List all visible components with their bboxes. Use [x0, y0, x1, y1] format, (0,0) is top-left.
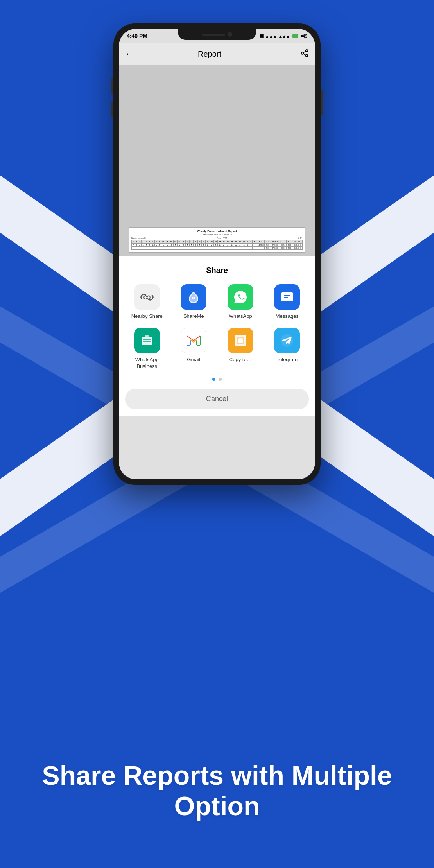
report-header: Weekly Present Absent Report [131, 230, 303, 233]
whatsapp-label: WhatsApp [229, 313, 252, 320]
messages-icon [274, 284, 300, 310]
messages-label: Messages [276, 313, 299, 320]
cancel-button[interactable]: Cancel [125, 389, 309, 409]
wifi-icon: ▣ [259, 33, 264, 39]
report-page: # 1/1 [298, 237, 303, 239]
signal-icon: ▲▲▲ [265, 34, 277, 38]
copy-to-icon [228, 328, 253, 353]
front-camera [228, 32, 232, 37]
report-table: 12345678910 11121314151617181920 2122232… [131, 240, 303, 250]
svg-rect-12 [145, 335, 149, 337]
share-app-nearby[interactable]: ∞ Nearby Share [125, 284, 169, 320]
share-app-whatsapp[interactable]: WhatsApp [219, 284, 262, 320]
svg-text:∞: ∞ [192, 294, 195, 301]
signal2-icon: ▲▲▲ [278, 34, 290, 38]
report-sub-header: Date: 01/09/2021 To 30/09/2021 [131, 233, 303, 236]
shareme-label: ShareMe [183, 313, 204, 320]
whatsapp-icon [228, 284, 253, 310]
pagination-dots [125, 378, 309, 381]
copy-to-label: Copy to… [229, 357, 252, 363]
battery-fill [292, 34, 298, 38]
footer-section: Share Reports with Multiple Option [41, 760, 393, 821]
phone-mockup: 4:40 PM ▣ ▲▲▲ ▲▲▲ 49 ← Report [113, 23, 321, 485]
svg-rect-11 [142, 337, 152, 345]
battery-icon [292, 34, 301, 38]
share-app-telegram[interactable]: Telegram [265, 328, 309, 370]
whatsapp-business-icon [134, 328, 160, 353]
phone-screen: 4:40 PM ▣ ▲▲▲ ▲▲▲ 49 ← Report [119, 29, 315, 479]
gmail-label: Gmail [187, 357, 200, 363]
volume-up-button [111, 78, 113, 94]
phone-notch [178, 29, 256, 40]
svg-rect-18 [238, 338, 243, 343]
whatsapp-business-label: WhatsApp Business [125, 357, 169, 370]
share-app-shareme[interactable]: ∞ ShareMe [172, 284, 216, 320]
dot-active [212, 378, 215, 381]
nearby-share-icon: ∞ [134, 284, 160, 310]
share-button[interactable] [300, 49, 309, 59]
svg-line-4 [303, 51, 306, 52]
share-apps-grid: ∞ Nearby Share [125, 284, 309, 370]
back-button[interactable]: ← [125, 49, 134, 59]
report-code: Code : 0021 [217, 237, 227, 239]
telegram-icon [274, 328, 300, 353]
svg-rect-8 [281, 292, 293, 301]
report-content-area: Weekly Present Absent Report Date: 01/09… [119, 65, 315, 256]
speaker-sensor [202, 34, 225, 36]
phone-body: 4:40 PM ▣ ▲▲▲ ▲▲▲ 49 ← Report [113, 23, 321, 485]
dot-inactive [219, 378, 222, 381]
svg-line-3 [303, 54, 306, 55]
battery-label: 49 [303, 34, 307, 38]
share-app-messages[interactable]: Messages [265, 284, 309, 320]
svg-text:∞: ∞ [143, 291, 151, 303]
share-app-copy[interactable]: Copy to… [219, 328, 262, 370]
share-app-whatsapp-business[interactable]: WhatsApp Business [125, 328, 169, 370]
nearby-share-label: Nearby Share [131, 313, 163, 320]
shareme-icon: ∞ [181, 284, 206, 310]
report-name: Name : ram palli [131, 237, 145, 239]
share-app-gmail[interactable]: Gmail [172, 328, 216, 370]
power-button [321, 90, 323, 115]
app-title: Report [140, 50, 279, 59]
share-title: Share [125, 266, 309, 275]
status-icons: ▣ ▲▲▲ ▲▲▲ 49 [259, 33, 307, 39]
telegram-label: Telegram [277, 357, 298, 363]
gmail-icon [181, 328, 206, 353]
footer-heading: Share Reports with Multiple Option [41, 760, 393, 821]
status-time: 4:40 PM [127, 33, 147, 39]
volume-down-button [111, 102, 113, 117]
app-bar: ← Report [119, 43, 315, 65]
report-preview: Weekly Present Absent Report Date: 01/09… [129, 227, 305, 253]
share-sheet: Share ∞ Nearby Share [119, 256, 315, 416]
